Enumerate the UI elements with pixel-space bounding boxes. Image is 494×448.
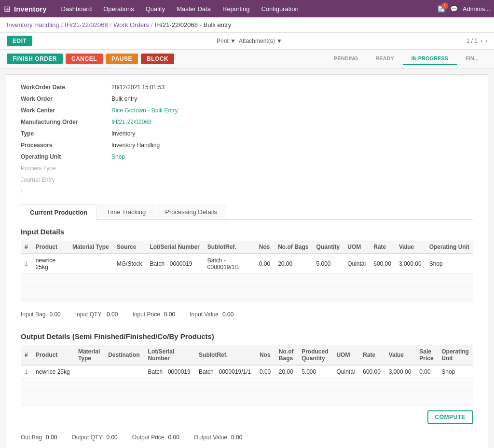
breadcrumb-work-orders[interactable]: Work Orders [113,21,149,28]
output-table-row: 1 newrice 25kg Batch - 0000019 Batch - 0… [21,365,473,379]
out-col-operating-unit: OperatingUnit [438,345,473,365]
label-work-center: Work Center [21,106,108,115]
out-cell-no-of-bags: 20.00 [275,365,298,379]
pager-next[interactable]: › [485,38,487,44]
cell-uom: Quintal [343,254,370,274]
app-title: Inventory [14,5,47,13]
col-value: Value [395,241,425,254]
nav-quality[interactable]: Quality [141,3,170,14]
value-manufacturing-order[interactable]: IH/21-22/02068 [111,117,473,127]
status-ready: READY [367,53,403,65]
tab-time-tracking[interactable]: Time Tracking [97,204,155,219]
output-footer: Out Bag 0.00 Output QTY 0.00 Output Pric… [21,429,473,446]
input-price-label: Input Price [132,311,160,318]
out-col-value: Value [385,345,416,365]
input-empty-row-2 [21,287,473,301]
center-buttons: Print ▼ Attachment(s) ▼ [35,38,463,44]
status-steps: PENDING READY IN PROGRESS FIN... [325,53,487,65]
cell-nos: 0.00 [255,254,274,274]
grid-icon[interactable]: ⊞ [4,4,10,14]
nav-reporting[interactable]: Reporting [218,3,254,14]
nav-configuration[interactable]: Configuration [256,3,303,14]
cell-source: MG/Stock [113,254,146,274]
compute-row: COMPUTE [21,410,473,424]
nav-dashboard[interactable]: Dashboard [56,3,97,14]
input-bag-value: 0.00 [49,311,60,318]
input-price-value: 0.00 [164,311,175,318]
out-cell-value: 3,000.00 [385,365,416,379]
chat-icon[interactable]: 💬 [450,5,458,13]
nav-masterdata[interactable]: Master Data [172,3,216,14]
tab-current-production[interactable]: Current Production [21,204,96,220]
nav-operations[interactable]: Operations [98,3,139,14]
out-cell-destination [104,365,144,379]
out-cell-operating-unit: Shop [438,365,473,379]
output-empty-row-2 [21,392,473,406]
out-cell-material-type [74,365,104,379]
input-qty-value: 0.00 [107,311,118,318]
tab-processing-details[interactable]: Processing Details [156,204,226,219]
attachments-dropdown[interactable]: Attachment(s) ▼ [239,38,282,44]
cell-num: 1 [21,254,32,274]
cancel-button[interactable]: CANCEL [66,54,103,64]
out-cell-nos: 0.00 [256,365,275,379]
label-processors: Processors [21,140,108,150]
out-cell-rate: 600.00 [359,365,384,379]
input-details-section: Input Details # Product Material Type So… [21,228,473,323]
label-type: Type [21,129,108,138]
value-workorder-date: 28/12/2021 15:01:53 [111,82,473,92]
input-section-title: Input Details [21,228,473,236]
tabs: Current Production Time Tracking Process… [21,204,473,220]
out-value-value: 0.00 [231,434,242,441]
value-operating-unit[interactable]: Shop [111,152,473,162]
nav-items: Dashboard Operations Quality Master Data… [56,3,438,14]
output-table: # Product MaterialType Destination Lot/S… [21,345,473,406]
out-cell-lot-serial: Batch - 0000019 [144,365,195,379]
label-operating-unit: Operating Unit [21,152,108,162]
action-bar: EDIT Print ▼ Attachment(s) ▼ 1 / 1 ‹ › [0,33,494,50]
finish-order-button[interactable]: FINISH ORDER [7,54,63,64]
output-section-title: Output Details (Semi Finished/Finished/C… [21,332,473,340]
out-col-num: # [21,345,32,365]
out-value-cell: Output Value 0.00 [194,434,243,441]
out-qty-value: 0.00 [106,434,117,441]
breadcrumb: Inventory Handling / IH/21-22/02068 / Wo… [0,17,494,33]
cell-lot-serial: Batch - 0000019 [146,254,203,274]
out-col-destination: Destination [104,345,144,365]
cell-rate: 600.00 [370,254,395,274]
col-lot-serial: Lot/Serial Number [146,241,203,254]
col-sublot: SublotRef. [204,241,255,254]
input-table-row: 1 newrice 25kg MG/Stock Batch - 0000019 … [21,254,473,274]
sep1: / [61,21,63,28]
pause-button[interactable]: PAUSE [106,54,138,64]
edit-button[interactable]: EDIT [7,36,32,46]
compute-button[interactable]: COMPUTE [427,410,474,424]
pager: 1 / 1 ‹ › [467,38,487,44]
notification-badge: 1 [441,2,448,9]
out-cell-sublot: Batch - 0000019/1/1 [195,365,256,379]
cell-product: newrice 25kg [32,254,69,274]
out-qty-label: Output QTY [71,434,102,441]
col-product: Product [32,241,69,254]
print-dropdown[interactable]: Print ▼ [217,38,236,44]
breadcrumb-ih-id[interactable]: IH/21-22/02068 [65,21,108,28]
out-bag-value: 0.00 [46,434,57,441]
out-col-product: Product [32,345,74,365]
col-num: # [21,241,32,254]
order-actions-bar: FINISH ORDER CANCEL PAUSE BLOCK PENDING … [0,50,494,68]
input-value-value: 0.00 [222,311,233,318]
status-pending: PENDING [325,53,367,65]
block-button[interactable]: BLOCK [141,54,174,64]
value-work-order: Bulk entry [111,94,473,104]
value-work-center[interactable]: Rice Godown - Bulk Entry [111,106,473,115]
out-col-material-type: MaterialType [74,345,104,365]
value-slash: / [21,187,108,196]
user-menu[interactable]: Adminis... [463,5,490,13]
label-journal-entry: Journal Entry [21,175,108,185]
out-cell-uom: Quintal [332,365,359,379]
notification-icon[interactable]: 🔄 1 [438,5,445,13]
output-empty-row-1 [21,379,473,392]
pager-prev[interactable]: ‹ [480,38,482,44]
col-material-type: Material Type [69,241,113,254]
breadcrumb-inventory-handling[interactable]: Inventory Handling [7,21,59,28]
